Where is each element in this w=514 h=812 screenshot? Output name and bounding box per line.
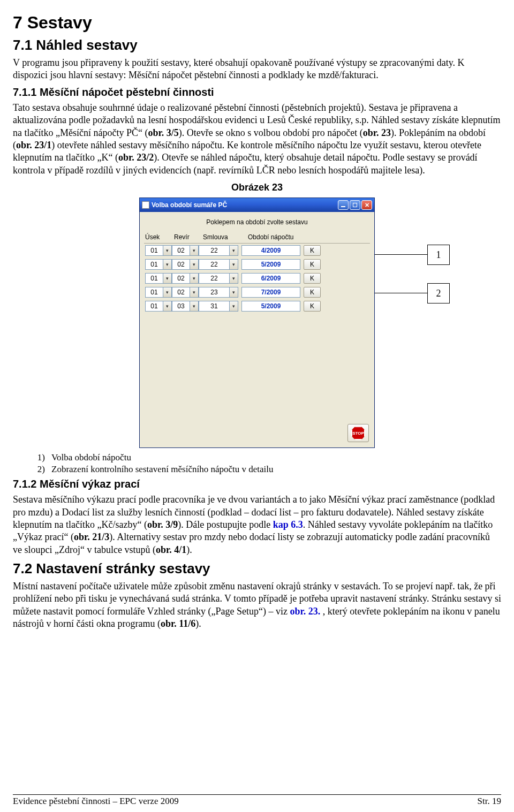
- header-usek: Úsek: [145, 233, 174, 241]
- window-titlebar[interactable]: Volba období sumáře PČ ✕: [140, 198, 374, 212]
- smlouva-dropdown[interactable]: 22▾: [199, 273, 238, 284]
- smlouva-dropdown[interactable]: 22▾: [199, 259, 238, 270]
- maximize-button[interactable]: [350, 200, 360, 210]
- chevron-down-icon: ▾: [163, 245, 172, 256]
- revir-dropdown[interactable]: 02▾: [172, 259, 199, 270]
- ref-obr-11-6: obr. 11/6: [161, 618, 195, 629]
- close-button[interactable]: ✕: [361, 200, 372, 210]
- figure-legend: 1) Volba období nápočtu 2) Zobrazení kon…: [32, 452, 501, 475]
- paragraph: Sestava měsíčního výkazu prací podle pra…: [13, 494, 501, 556]
- chevron-down-icon: ▾: [230, 245, 238, 256]
- chevron-down-icon: ▾: [163, 273, 172, 284]
- grid-row: 01▾03▾31▾5/2009K: [144, 299, 370, 313]
- chevron-down-icon: ▾: [163, 259, 172, 270]
- window-title-text: Volba období sumáře PČ: [152, 201, 227, 209]
- window-title: Volba období sumáře PČ: [142, 201, 338, 209]
- header-revir: Revír: [174, 233, 203, 241]
- revir-dropdown[interactable]: 03▾: [172, 301, 199, 312]
- footer-right: Str. 19: [478, 796, 501, 807]
- legend-num-2: 2): [32, 464, 45, 475]
- grid-row: 01▾02▾22▾6/2009K: [144, 271, 370, 285]
- ref-obr-3-9: obr. 3/9: [147, 519, 178, 530]
- stop-icon: STOP: [351, 426, 365, 440]
- k-button[interactable]: K: [304, 273, 321, 284]
- dialog-prompt: Poklepem na období zvolte sestavu: [144, 215, 370, 233]
- ref-obr-23b[interactable]: obr. 23.: [290, 606, 321, 617]
- header-smlouva: Smlouva: [203, 233, 245, 241]
- footer-left: Evidence pěstební činnosti – EPC verze 2…: [13, 796, 179, 807]
- paragraph: V programu jsou připraveny k použití ses…: [13, 57, 501, 82]
- paragraph: Tato sestava obsahuje souhrnné údaje o r…: [13, 102, 501, 177]
- dialog-window: Volba období sumáře PČ ✕ Poklepem na obd…: [139, 198, 375, 448]
- revir-dropdown[interactable]: 02▾: [172, 287, 199, 298]
- minimize-button[interactable]: [338, 200, 349, 210]
- text: ).: [186, 544, 192, 555]
- k-button[interactable]: K: [304, 287, 321, 298]
- k-button[interactable]: K: [304, 245, 321, 256]
- heading-1: 7 Sestavy: [13, 13, 501, 33]
- figure-caption: Obrázek 23: [13, 182, 501, 193]
- ref-obr-21-3: obr. 21/3: [74, 532, 109, 542]
- callout-1: 1: [427, 245, 450, 265]
- chevron-down-icon: ▾: [230, 273, 238, 284]
- grid-row: 01▾02▾22▾4/2009K: [144, 244, 370, 257]
- stop-button[interactable]: STOP: [347, 424, 369, 442]
- usek-dropdown[interactable]: 01▾: [145, 273, 172, 284]
- chevron-down-icon: ▾: [190, 259, 199, 270]
- chevron-down-icon: ▾: [230, 301, 238, 312]
- heading-3: 7.1.1 Měsíční nápočet pěstební činnosti: [13, 86, 501, 98]
- grid-row: 01▾02▾23▾7/2009K: [144, 285, 370, 299]
- chevron-down-icon: ▾: [190, 273, 199, 284]
- ref-obr-23-2: obr. 23/2: [118, 152, 154, 163]
- revir-dropdown[interactable]: 02▾: [172, 273, 199, 284]
- chevron-down-icon: ▾: [230, 287, 238, 298]
- ref-obr-3-5: obr. 3/5: [148, 127, 178, 138]
- ref-obr-4-1: obr. 4/1: [156, 544, 186, 555]
- text: ). Dále postupujte podle: [178, 519, 273, 530]
- usek-dropdown[interactable]: 01▾: [145, 259, 172, 270]
- chevron-down-icon: ▾: [163, 287, 172, 298]
- callout-line-2: [375, 293, 427, 293]
- smlouva-dropdown[interactable]: 22▾: [199, 245, 238, 256]
- heading-2: 7.1 Náhled sestavy: [13, 37, 501, 54]
- heading-2: 7.2 Nastavení stránky sestavy: [13, 560, 501, 577]
- callout-2: 2: [427, 283, 450, 303]
- chevron-down-icon: ▾: [190, 287, 199, 298]
- usek-dropdown[interactable]: 01▾: [145, 245, 172, 256]
- page-footer: Evidence pěstební činnosti – EPC verze 2…: [13, 794, 501, 807]
- heading-3: 7.1.2 Měsíční výkaz prací: [13, 478, 501, 490]
- chevron-down-icon: ▾: [190, 301, 199, 312]
- grid-row: 01▾02▾22▾5/2009K: [144, 257, 370, 271]
- paragraph: Místní nastavení počítače uživatele může…: [13, 580, 501, 631]
- chevron-down-icon: ▾: [163, 301, 172, 312]
- period-cell[interactable]: 5/2009: [241, 301, 300, 312]
- legend-text-2: Zobrazení kontrolního sestavení měsíčníh…: [51, 464, 274, 475]
- ref-kap-6-3[interactable]: kap 6.3: [273, 519, 303, 530]
- smlouva-dropdown[interactable]: 23▾: [199, 287, 238, 298]
- grid-rows: 01▾02▾22▾4/2009K01▾02▾22▾5/2009K01▾02▾22…: [144, 244, 370, 313]
- smlouva-dropdown[interactable]: 31▾: [199, 301, 238, 312]
- usek-dropdown[interactable]: 01▾: [145, 301, 172, 312]
- chevron-down-icon: ▾: [230, 259, 238, 270]
- text: ).: [195, 618, 201, 629]
- ref-obr-23: obr. 23: [363, 127, 391, 138]
- k-button[interactable]: K: [304, 259, 321, 270]
- k-button[interactable]: K: [304, 301, 321, 312]
- legend-num-1: 1): [32, 452, 45, 463]
- grid-headers: Úsek Revír Smlouva Období nápočtu: [144, 233, 370, 244]
- header-obdobi: Období nápočtu: [245, 233, 306, 241]
- period-cell[interactable]: 6/2009: [241, 273, 300, 284]
- ref-obr-23-1: obr. 23/1: [16, 140, 51, 150]
- window-icon: [142, 201, 149, 209]
- period-cell[interactable]: 5/2009: [241, 259, 300, 270]
- usek-dropdown[interactable]: 01▾: [145, 287, 172, 298]
- text: ). Otevře se okno s volbou období pro ná…: [179, 127, 363, 138]
- revir-dropdown[interactable]: 02▾: [172, 245, 199, 256]
- period-cell[interactable]: 7/2009: [241, 287, 300, 298]
- period-cell[interactable]: 4/2009: [241, 245, 300, 256]
- chevron-down-icon: ▾: [190, 245, 199, 256]
- callout-line-1: [375, 254, 427, 255]
- legend-text-1: Volba období nápočtu: [51, 452, 131, 463]
